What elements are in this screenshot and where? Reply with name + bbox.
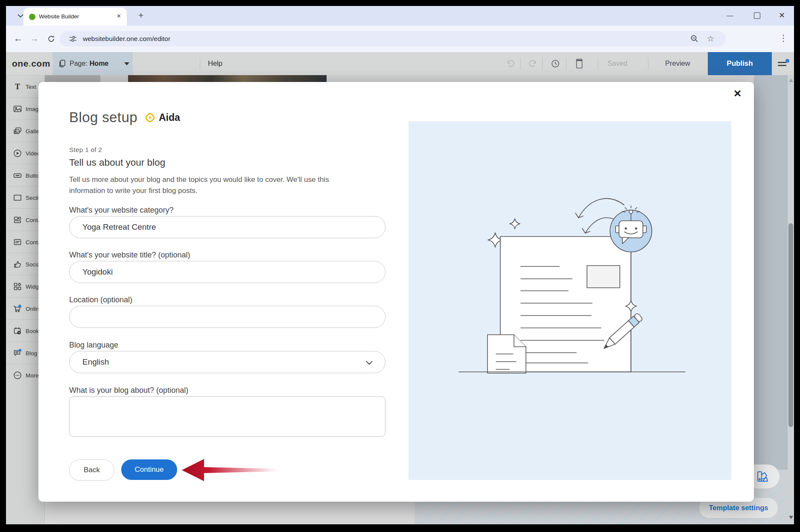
- shopping-cart-icon: [13, 304, 22, 313]
- blog-illustration: [409, 121, 731, 480]
- video-play-icon: [13, 149, 22, 158]
- aida-illustration-panel: [409, 121, 731, 480]
- window-frame-bottom: [0, 524, 800, 532]
- bookmark-star-icon[interactable]: ☆: [707, 34, 714, 44]
- tab-strip: Website Builder ✕ + — ✕: [6, 6, 794, 26]
- page-selector-caret-icon: [124, 62, 129, 66]
- widgets-icon: [13, 282, 22, 291]
- button-icon: [13, 171, 22, 180]
- browser-toolbar: ← → websitebuilder.one.com/editor ☆ ⋮: [6, 26, 794, 52]
- reload-button[interactable]: [47, 35, 55, 43]
- arrow-head: [582, 228, 590, 233]
- category-input[interactable]: [69, 216, 385, 238]
- scroll-up-icon[interactable]: [789, 79, 793, 82]
- text-icon: T: [13, 82, 22, 91]
- toolbar-divider: [648, 58, 648, 70]
- location-label: Location (optional): [69, 295, 132, 304]
- blog-language-select[interactable]: English: [69, 351, 385, 373]
- window-minimize-button[interactable]: —: [727, 12, 733, 18]
- one-com-logo: one.com: [12, 58, 50, 69]
- gallery-icon: [13, 127, 22, 135]
- toolbar-divider: [566, 58, 566, 70]
- blog-language-value: English: [82, 357, 109, 367]
- url-text[interactable]: websitebuilder.one.com/editor: [83, 35, 170, 43]
- scrollbar-thumb[interactable]: [788, 223, 793, 427]
- page-peek-strip: [100, 75, 128, 82]
- dimmed-page-right: [754, 75, 788, 472]
- palette-swatch-icon: [756, 471, 769, 482]
- editor-menu-icon[interactable]: [777, 58, 790, 69]
- blog-icon: [13, 349, 22, 357]
- redo-icon[interactable]: [528, 59, 537, 68]
- blog-language-label: Blog language: [69, 341, 118, 350]
- blog-setup-modal: ✕ Blog setup Aida Step 1 of 2 Tell us ab…: [38, 82, 754, 502]
- blog-about-textarea[interactable]: [69, 396, 385, 437]
- image-icon: [13, 105, 22, 113]
- modal-title: Blog setup: [69, 109, 137, 126]
- site-settings-icon[interactable]: [69, 35, 77, 43]
- location-input[interactable]: [69, 306, 385, 328]
- toolbar-divider: [542, 58, 543, 70]
- toolbar-divider: [520, 58, 521, 70]
- site-favicon: [29, 14, 35, 20]
- step-indicator: Step 1 of 2: [69, 146, 102, 154]
- thumbs-up-icon: [13, 260, 22, 269]
- section-icon: [13, 193, 22, 202]
- browser-tab[interactable]: Website Builder ✕: [23, 8, 127, 26]
- back-button[interactable]: Back: [69, 459, 114, 481]
- history-icon[interactable]: [551, 59, 560, 68]
- window-maximize-button[interactable]: [754, 12, 760, 19]
- editor-toolbar: one.com Page: Home Help Saved Preview Pu…: [6, 52, 794, 75]
- tab-close-icon[interactable]: ✕: [117, 13, 121, 19]
- scroll-down-icon[interactable]: [789, 516, 793, 519]
- aida-logo-icon: [144, 112, 156, 123]
- website-title-input[interactable]: [69, 261, 385, 283]
- help-button[interactable]: Help: [208, 59, 222, 67]
- modal-close-icon[interactable]: ✕: [733, 88, 742, 99]
- page-hero-image-peek: [128, 75, 327, 82]
- category-label: What's your website category?: [69, 206, 174, 215]
- window-close-button[interactable]: ✕: [779, 12, 785, 19]
- image-placeholder-shape: [587, 266, 620, 288]
- save-status: Saved: [607, 59, 628, 67]
- tab-title: Website Builder: [39, 13, 79, 20]
- aida-brand-label: Aida: [159, 112, 180, 123]
- contact-form-icon: [13, 238, 22, 246]
- address-bar[interactable]: websitebuilder.one.com/editor ☆: [60, 31, 726, 47]
- robot-icon: [610, 206, 652, 252]
- svg-text:T: T: [15, 82, 20, 91]
- continue-button[interactable]: Continue: [121, 459, 177, 480]
- page-peek-strip: [327, 75, 754, 82]
- publish-button[interactable]: Publish: [708, 52, 772, 75]
- arrow-head: [575, 213, 583, 218]
- modal-title-row: Blog setup Aida: [69, 109, 180, 126]
- blog-about-label: What is your blog about? (optional): [69, 386, 188, 395]
- undo-icon[interactable]: [506, 59, 516, 68]
- page-peek-strip: [44, 75, 100, 82]
- website-title-label: What's your website title? (optional): [69, 251, 190, 260]
- page-selector-value: Home: [90, 60, 108, 67]
- more-icon: [13, 371, 22, 380]
- back-button[interactable]: ←: [14, 34, 23, 43]
- mobile-preview-icon[interactable]: [575, 58, 583, 69]
- modal-description: Tell us more about your blog and the top…: [69, 174, 351, 197]
- app-window: Website Builder ✕ + — ✕ ← → websitebuild…: [0, 0, 800, 532]
- tab-search-chevron-icon[interactable]: [17, 13, 24, 18]
- new-tab-button[interactable]: +: [138, 11, 143, 20]
- chevron-down-icon: [365, 360, 373, 365]
- page-scrollbar[interactable]: [788, 75, 794, 524]
- sparkle-icon: [510, 219, 520, 229]
- browser-menu-icon[interactable]: ⋮: [779, 34, 788, 42]
- zoom-out-icon[interactable]: [690, 35, 699, 43]
- dimmed-page-bottom: [44, 502, 415, 524]
- page-selector-label: Page:: [70, 60, 88, 67]
- modal-heading: Tell us about your blog: [69, 157, 165, 168]
- preview-button[interactable]: Preview: [665, 59, 690, 67]
- toolbar-divider: [598, 58, 598, 70]
- contact-card-icon: [13, 216, 22, 224]
- page-selector[interactable]: Page: Home: [53, 52, 133, 75]
- toolbar-divider: [200, 58, 200, 70]
- forward-button[interactable]: →: [30, 34, 39, 43]
- template-settings-label: Template settings: [709, 504, 768, 512]
- pages-icon: [58, 59, 67, 68]
